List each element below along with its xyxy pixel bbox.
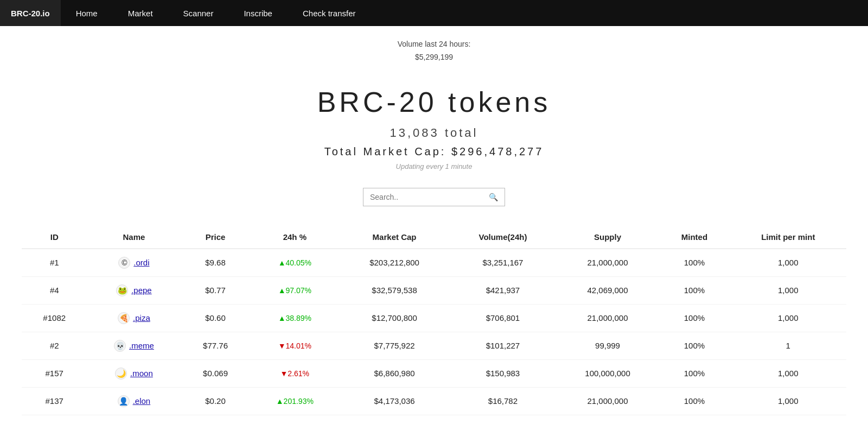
col-header-24h--: 24h % xyxy=(250,226,340,249)
token-supply: 100,000,000 xyxy=(557,359,659,387)
token-minted: 100% xyxy=(659,387,730,415)
nav-link-market[interactable]: Market xyxy=(113,0,168,26)
token-id: #2 xyxy=(22,332,87,359)
token-price: $0.069 xyxy=(181,359,250,387)
token-icon: 🐸 xyxy=(116,284,128,296)
table-row: #1©.ordi$9.68▲40.05%$203,212,800$3,251,1… xyxy=(22,249,846,277)
token-limit: 1,000 xyxy=(730,304,846,332)
col-header-market-cap: Market Cap xyxy=(340,226,449,249)
token-minted: 100% xyxy=(659,276,730,304)
tokens-table-wrap: IDNamePrice24h %Market CapVolume(24h)Sup… xyxy=(0,226,868,424)
nav-links: HomeMarketScannerInscribeCheck transfer xyxy=(61,0,371,26)
token-market-cap: $4,173,036 xyxy=(340,387,449,415)
token-price: $77.76 xyxy=(181,332,250,359)
token-market-cap: $12,700,800 xyxy=(340,304,449,332)
token-name-link[interactable]: .pepe xyxy=(131,286,152,295)
search-area: 🔍 xyxy=(0,188,868,206)
search-input[interactable] xyxy=(363,188,482,206)
col-header-limit-per-mint: Limit per mint xyxy=(730,226,846,249)
page-title: BRC-20 tokens xyxy=(0,86,868,118)
table-row: #137👤.elon$0.20▲201.93%$4,173,036$16,782… xyxy=(22,387,846,415)
token-volume: $706,801 xyxy=(449,304,557,332)
token-id: #1082 xyxy=(22,304,87,332)
nav-brand[interactable]: BRC-20.io xyxy=(0,0,61,26)
tokens-table: IDNamePrice24h %Market CapVolume(24h)Sup… xyxy=(22,226,846,415)
token-limit: 1,000 xyxy=(730,387,846,415)
token-icon: 🍕 xyxy=(118,312,130,324)
token-volume: $16,782 xyxy=(449,387,557,415)
token-minted: 100% xyxy=(659,249,730,277)
token-minted: 100% xyxy=(659,359,730,387)
token-price: $0.60 xyxy=(181,304,250,332)
token-change: ▲97.07% xyxy=(250,276,340,304)
token-market-cap: $6,860,980 xyxy=(340,359,449,387)
navbar: BRC-20.io HomeMarketScannerInscribeCheck… xyxy=(0,0,868,26)
market-cap: Total Market Cap: $296,478,277 xyxy=(0,145,868,158)
token-id: #1 xyxy=(22,249,87,277)
token-market-cap: $32,579,538 xyxy=(340,276,449,304)
nav-link-scanner[interactable]: Scanner xyxy=(168,0,229,26)
header-stats: Volume last 24 hours: $5,299,199 xyxy=(0,26,868,69)
token-name-cell: 💀.meme xyxy=(87,332,181,359)
token-supply: 99,999 xyxy=(557,332,659,359)
token-supply: 21,000,000 xyxy=(557,249,659,277)
volume-label: Volume last 24 hours: xyxy=(0,38,868,51)
col-header-supply: Supply xyxy=(557,226,659,249)
token-icon: 💀 xyxy=(114,340,126,352)
table-row: #157🌙.moon$0.069▼2.61%$6,860,980$150,983… xyxy=(22,359,846,387)
col-header-name: Name xyxy=(87,226,181,249)
token-change: ▼14.01% xyxy=(250,332,340,359)
token-id: #157 xyxy=(22,359,87,387)
token-name-link[interactable]: .piza xyxy=(133,313,150,322)
hero-section: BRC-20 tokens 13,083 total Total Market … xyxy=(0,69,868,188)
col-header-price: Price xyxy=(181,226,250,249)
token-name-cell: 👤.elon xyxy=(87,387,181,415)
nav-link-home[interactable]: Home xyxy=(61,0,113,26)
col-header-minted: Minted xyxy=(659,226,730,249)
token-change: ▲40.05% xyxy=(250,249,340,277)
token-change: ▲201.93% xyxy=(250,387,340,415)
token-volume: $421,937 xyxy=(449,276,557,304)
token-limit: 1 xyxy=(730,332,846,359)
token-supply: 42,069,000 xyxy=(557,276,659,304)
token-change: ▲38.89% xyxy=(250,304,340,332)
nav-link-check-transfer[interactable]: Check transfer xyxy=(288,0,371,26)
token-limit: 1,000 xyxy=(730,249,846,277)
table-header: IDNamePrice24h %Market CapVolume(24h)Sup… xyxy=(22,226,846,249)
token-supply: 21,000,000 xyxy=(557,304,659,332)
token-id: #4 xyxy=(22,276,87,304)
token-name-cell: ©.ordi xyxy=(87,249,181,277)
token-name-cell: 🐸.pepe xyxy=(87,276,181,304)
token-name-link[interactable]: .ordi xyxy=(133,258,149,267)
token-supply: 21,000,000 xyxy=(557,387,659,415)
nav-link-inscribe[interactable]: Inscribe xyxy=(228,0,288,26)
token-price: $0.77 xyxy=(181,276,250,304)
token-name-cell: 🍕.piza xyxy=(87,304,181,332)
token-change: ▼2.61% xyxy=(250,359,340,387)
token-name-link[interactable]: .meme xyxy=(129,341,154,350)
token-limit: 1,000 xyxy=(730,359,846,387)
token-price: $9.68 xyxy=(181,249,250,277)
search-button[interactable]: 🔍 xyxy=(482,188,505,206)
token-name-link[interactable]: .moon xyxy=(130,369,153,378)
token-icon: 👤 xyxy=(118,395,130,407)
token-limit: 1,000 xyxy=(730,276,846,304)
token-volume: $101,227 xyxy=(449,332,557,359)
token-icon: 🌙 xyxy=(115,368,127,379)
table-row: #1082🍕.piza$0.60▲38.89%$12,700,800$706,8… xyxy=(22,304,846,332)
col-header-volume-24h-: Volume(24h) xyxy=(449,226,557,249)
token-volume: $150,983 xyxy=(449,359,557,387)
token-price: $0.20 xyxy=(181,387,250,415)
token-volume: $3,251,167 xyxy=(449,249,557,277)
token-id: #137 xyxy=(22,387,87,415)
total-tokens: 13,083 total xyxy=(0,126,868,140)
table-body: #1©.ordi$9.68▲40.05%$203,212,800$3,251,1… xyxy=(22,249,846,415)
token-name-link[interactable]: .elon xyxy=(133,396,151,406)
update-note: Updating every 1 minute xyxy=(0,162,868,170)
volume-value: $5,299,199 xyxy=(0,51,868,64)
token-minted: 100% xyxy=(659,332,730,359)
search-icon: 🔍 xyxy=(489,193,498,201)
token-icon: © xyxy=(118,257,130,269)
token-market-cap: $7,775,922 xyxy=(340,332,449,359)
token-name-cell: 🌙.moon xyxy=(87,359,181,387)
